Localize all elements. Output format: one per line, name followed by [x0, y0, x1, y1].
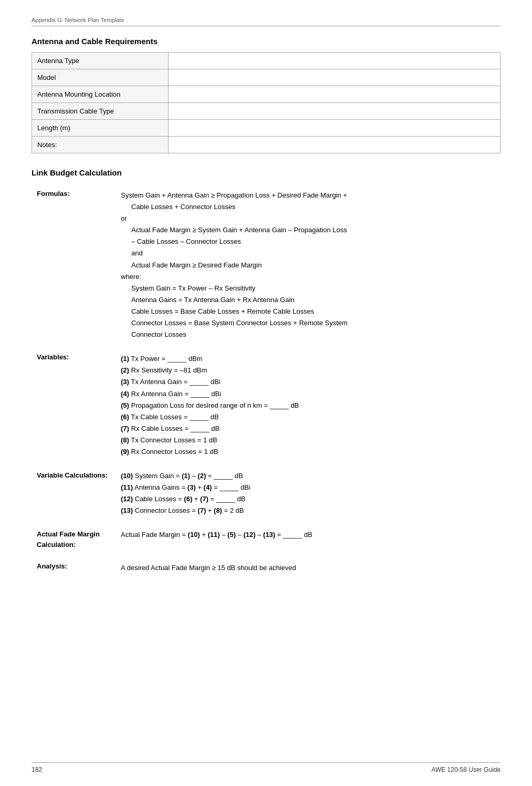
var9: (9) Rx Connector Losses = 1 dB — [121, 446, 500, 458]
formula-where4: Connector Losses = Base System Connector… — [121, 317, 500, 329]
section1-title: Antenna and Cable Requirements — [32, 37, 500, 46]
formula-where: where: — [121, 271, 500, 283]
row-label: Length (m) — [32, 120, 169, 137]
table-row: Notes: — [32, 137, 500, 153]
afm-label-text: Actual Fade Margin Calculation: — [37, 529, 121, 550]
table-row: Model — [32, 69, 500, 86]
analysis-label: Analysis: — [37, 562, 121, 570]
row-label: Notes: — [32, 137, 169, 153]
table-row: Antenna Mounting Location — [32, 86, 500, 103]
var4: (4) Rx Antenna Gain = _____ dBi — [121, 388, 500, 400]
analysis-content: A desired Actual Fade Margin ≥ 15 dB sho… — [121, 562, 500, 574]
formula-and: and — [121, 247, 500, 259]
formula-where1: System Gain = Tx Power – Rx Sensitivity — [121, 283, 500, 294]
afm-text: Actual Fade Margin = (10) + (11) – (5) –… — [121, 529, 500, 541]
formula-line2: Cable Losses + Connector Losses — [121, 201, 500, 213]
var1: (1) Tx Power = _____ dBm — [121, 353, 500, 365]
formula-line4: – Cable Losses – Connector Losses — [121, 236, 500, 247]
footer-guide-title: AWE 120-58 User Guide — [431, 766, 500, 773]
requirements-table: Antenna TypeModelAntenna Mounting Locati… — [32, 52, 500, 153]
vc10: (10) System Gain = (1) – (2) = _____ dB — [121, 470, 500, 482]
formula-line3: Actual Fade Margin ≥ System Gain + Anten… — [121, 224, 500, 236]
vc11: (11) Antenna Gains = (3) + (4) = _____ d… — [121, 482, 500, 493]
var8: (8) Tx Connector Losses = 1 dB — [121, 435, 500, 446]
formulas-label: Formulas: — [37, 190, 121, 198]
var7: (7) Rx Cable Losses = _____ dB — [121, 423, 500, 435]
formulas-content: System Gain + Antenna Gain ≥ Propagation… — [121, 190, 500, 340]
analysis-text: A desired Actual Fade Margin ≥ 15 dB sho… — [121, 562, 500, 574]
varcalc-row: Variable Calculations: (10) System Gain … — [37, 470, 500, 516]
variables-label: Variables: — [37, 353, 121, 361]
row-value — [169, 69, 500, 86]
afm-content: Actual Fade Margin = (10) + (11) – (5) –… — [121, 529, 500, 541]
formulas-row: Formulas: System Gain + Antenna Gain ≥ P… — [37, 190, 500, 340]
varcalc-content: (10) System Gain = (1) – (2) = _____ dB … — [121, 470, 500, 516]
variables-row: Variables: (1) Tx Power = _____ dBm (2) … — [37, 353, 500, 458]
row-value — [169, 120, 500, 137]
var6: (6) Tx Cable Losses = _____ dB — [121, 411, 500, 423]
row-value — [169, 103, 500, 120]
page-header: Appendix G: Network Plan Template — [32, 17, 124, 23]
formula-line1: System Gain + Antenna Gain ≥ Propagation… — [121, 190, 500, 201]
varcalc-label-text: Variable Calculations: — [37, 470, 121, 481]
footer-page-number: 182 — [32, 766, 42, 773]
var3: (3) Tx Antenna Gain = _____ dBi — [121, 376, 500, 388]
formula-where2: Antenna Gains = Tx Antenna Gain + Rx Ant… — [121, 294, 500, 306]
var2: (2) Rx Sensitivity = –81 dBm — [121, 365, 500, 376]
vc13: (13) Connector Losses = (7) + (8) = 2 dB — [121, 505, 500, 516]
formula-line5: Actual Fade Margin ≥ Desired Fade Margin — [121, 260, 500, 271]
afm-label: Actual Fade Margin Calculation: — [37, 529, 121, 550]
table-row: Length (m) — [32, 120, 500, 137]
vc12: (12) Cable Losses = (6) + (7) = _____ dB — [121, 493, 500, 505]
footer: 182 AWE 120-58 User Guide — [32, 762, 500, 773]
section2-title: Link Budget Calculation — [32, 168, 500, 177]
link-budget-section: Formulas: System Gain + Antenna Gain ≥ P… — [37, 190, 500, 574]
variables-content: (1) Tx Power = _____ dBm (2) Rx Sensitiv… — [121, 353, 500, 458]
var5: (5) Propagation Loss for desired range o… — [121, 400, 500, 411]
row-value — [169, 86, 500, 103]
row-label: Antenna Type — [32, 53, 169, 69]
row-label: Model — [32, 69, 169, 86]
row-value — [169, 137, 500, 153]
row-value — [169, 53, 500, 69]
table-row: Transmission Cable Type — [32, 103, 500, 120]
formula-or: or — [121, 213, 500, 224]
row-label: Transmission Cable Type — [32, 103, 169, 120]
formula-where5: Connector Losses — [121, 329, 500, 340]
afm-row: Actual Fade Margin Calculation: Actual F… — [37, 529, 500, 550]
varcalc-label: Variable Calculations: — [37, 470, 121, 481]
analysis-row: Analysis: A desired Actual Fade Margin ≥… — [37, 562, 500, 574]
row-label: Antenna Mounting Location — [32, 86, 169, 103]
formula-where3: Cable Losses = Base Cable Losses + Remot… — [121, 306, 500, 317]
table-row: Antenna Type — [32, 53, 500, 69]
